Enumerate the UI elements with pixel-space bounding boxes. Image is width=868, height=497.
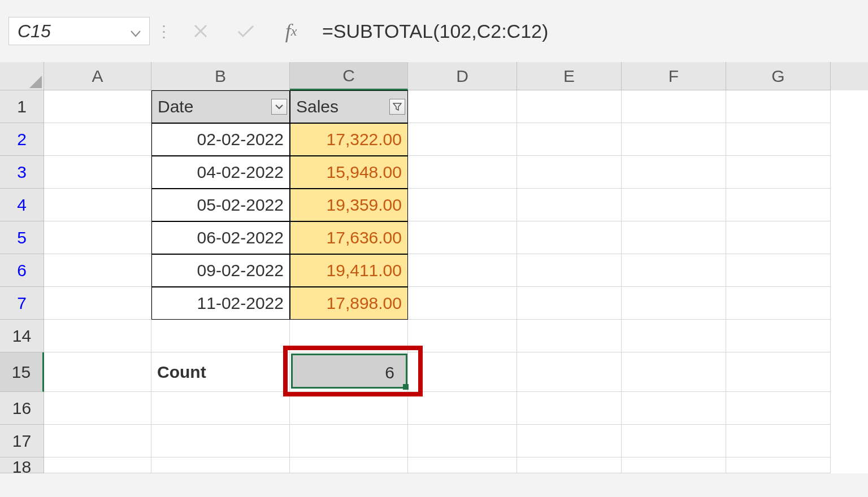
cell-B3[interactable]: 04-02-2022 xyxy=(151,156,290,189)
cell-C15-selected[interactable] xyxy=(290,352,408,392)
cell-D14[interactable] xyxy=(408,320,517,352)
cell-C14[interactable] xyxy=(290,320,408,352)
cell-E15[interactable] xyxy=(517,352,622,392)
cell-G5[interactable] xyxy=(726,221,831,254)
cell-B2[interactable]: 02-02-2022 xyxy=(151,123,290,156)
cell-G16[interactable] xyxy=(726,392,831,425)
cell-D18[interactable] xyxy=(408,457,517,473)
cell-C7[interactable]: 17,898.00 xyxy=(290,287,408,320)
cell-E5[interactable] xyxy=(517,221,622,254)
cell-A5[interactable] xyxy=(44,221,151,254)
cell-E6[interactable] xyxy=(517,254,622,287)
cell-C5[interactable]: 17,636.00 xyxy=(290,221,408,254)
cell-C2[interactable]: 17,322.00 xyxy=(290,123,408,156)
row-header-4[interactable]: 4 xyxy=(0,189,44,221)
cell-B7[interactable]: 11-02-2022 xyxy=(151,287,290,320)
cell-A18[interactable] xyxy=(44,457,151,473)
cell-D17[interactable] xyxy=(408,425,517,457)
cell-F18[interactable] xyxy=(622,457,726,473)
cell-F17[interactable] xyxy=(622,425,726,457)
row-header-14[interactable]: 14 xyxy=(0,320,44,352)
cell-D4[interactable] xyxy=(408,189,517,221)
cell-B4[interactable]: 05-02-2022 xyxy=(151,189,290,221)
cell-G17[interactable] xyxy=(726,425,831,457)
insert-function-button[interactable]: fx xyxy=(274,17,308,45)
cell-A7[interactable] xyxy=(44,287,151,320)
cell-A15[interactable] xyxy=(44,352,151,392)
cell-A1[interactable] xyxy=(44,90,151,123)
col-header-D[interactable]: D xyxy=(408,62,517,90)
cell-E16[interactable] xyxy=(517,392,622,425)
row-header-3[interactable]: 3 xyxy=(0,156,44,189)
filter-dropdown-icon[interactable] xyxy=(271,99,287,115)
cell-D15[interactable] xyxy=(408,352,517,392)
cell-F6[interactable] xyxy=(622,254,726,287)
cell-D3[interactable] xyxy=(408,156,517,189)
cell-E4[interactable] xyxy=(517,189,622,221)
cell-A16[interactable] xyxy=(44,392,151,425)
cell-C17[interactable] xyxy=(290,425,408,457)
cell-E14[interactable] xyxy=(517,320,622,352)
cell-A3[interactable] xyxy=(44,156,151,189)
cell-B6[interactable]: 09-02-2022 xyxy=(151,254,290,287)
cell-A6[interactable] xyxy=(44,254,151,287)
cell-G2[interactable] xyxy=(726,123,831,156)
cell-B5[interactable]: 06-02-2022 xyxy=(151,221,290,254)
cell-C18[interactable] xyxy=(290,457,408,473)
cell-E1[interactable] xyxy=(517,90,622,123)
cell-F1[interactable] xyxy=(622,90,726,123)
col-header-B[interactable]: B xyxy=(151,62,290,90)
cell-F5[interactable] xyxy=(622,221,726,254)
cell-F16[interactable] xyxy=(622,392,726,425)
row-header-17[interactable]: 17 xyxy=(0,425,44,457)
cell-D2[interactable] xyxy=(408,123,517,156)
cell-D6[interactable] xyxy=(408,254,517,287)
cell-E3[interactable] xyxy=(517,156,622,189)
cell-B1-date-header[interactable]: Date xyxy=(151,90,290,123)
cell-C3[interactable]: 15,948.00 xyxy=(290,156,408,189)
cell-C6[interactable]: 19,411.00 xyxy=(290,254,408,287)
cell-B14[interactable] xyxy=(151,320,290,352)
cell-G7[interactable] xyxy=(726,287,831,320)
cell-A14[interactable] xyxy=(44,320,151,352)
cell-G6[interactable] xyxy=(726,254,831,287)
col-header-A[interactable]: A xyxy=(44,62,151,90)
cell-B15-count-label[interactable]: Count xyxy=(151,352,290,392)
cell-B17[interactable] xyxy=(151,425,290,457)
cell-D16[interactable] xyxy=(408,392,517,425)
cell-C16[interactable] xyxy=(290,392,408,425)
col-header-F[interactable]: F xyxy=(622,62,726,90)
cell-G3[interactable] xyxy=(726,156,831,189)
name-box-dropdown-icon[interactable] xyxy=(131,21,141,42)
cell-G1[interactable] xyxy=(726,90,831,123)
cell-B16[interactable] xyxy=(151,392,290,425)
formula-input[interactable]: =SUBTOTAL(102,C2:C12) xyxy=(314,17,860,45)
cell-G18[interactable] xyxy=(726,457,831,473)
cell-C1-sales-header[interactable]: Sales xyxy=(290,90,408,123)
cell-F3[interactable] xyxy=(622,156,726,189)
cell-F15[interactable] xyxy=(622,352,726,392)
cell-A17[interactable] xyxy=(44,425,151,457)
cell-F7[interactable] xyxy=(622,287,726,320)
col-header-C[interactable]: C xyxy=(290,62,408,90)
cell-E2[interactable] xyxy=(517,123,622,156)
cell-G14[interactable] xyxy=(726,320,831,352)
cell-C4[interactable]: 19,359.00 xyxy=(290,189,408,221)
cell-F14[interactable] xyxy=(622,320,726,352)
cell-E18[interactable] xyxy=(517,457,622,473)
row-header-16[interactable]: 16 xyxy=(0,392,44,425)
cell-F4[interactable] xyxy=(622,189,726,221)
cell-D1[interactable] xyxy=(408,90,517,123)
cell-D7[interactable] xyxy=(408,287,517,320)
col-header-E[interactable]: E xyxy=(517,62,622,90)
cell-D5[interactable] xyxy=(408,221,517,254)
row-header-18[interactable]: 18 xyxy=(0,457,44,473)
spreadsheet-grid[interactable]: A B C D E F G 1 Date Sales 2 02-02-2 xyxy=(0,62,868,473)
row-header-2[interactable]: 2 xyxy=(0,123,44,156)
cell-G4[interactable] xyxy=(726,189,831,221)
row-header-1[interactable]: 1 xyxy=(0,90,44,123)
select-all-corner[interactable] xyxy=(0,62,44,90)
cell-E17[interactable] xyxy=(517,425,622,457)
cell-G15[interactable] xyxy=(726,352,831,392)
cell-F2[interactable] xyxy=(622,123,726,156)
